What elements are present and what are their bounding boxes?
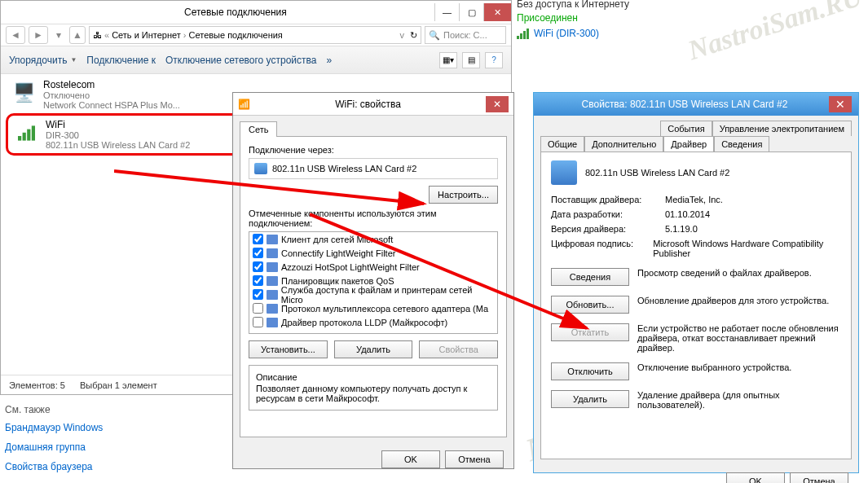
component-checkbox[interactable]: [253, 248, 263, 258]
disable-device-desc: Отключение выбранного устройства.: [637, 362, 841, 372]
dialog-icon: 📶: [238, 99, 250, 110]
tab-details[interactable]: Сведения: [714, 136, 769, 151]
component-checkbox[interactable]: [253, 234, 263, 244]
tab-advanced[interactable]: Дополнительно: [584, 136, 663, 151]
component-icon: [267, 304, 278, 314]
delete-driver-button[interactable]: Удалить: [551, 390, 629, 408]
remove-button[interactable]: Удалить: [334, 340, 413, 358]
breadcrumb-part[interactable]: Сетевые подключения: [189, 30, 283, 40]
organize-button[interactable]: Упорядочить▼: [9, 55, 77, 66]
component-icon: [267, 276, 278, 286]
date-value: 01.10.2014: [665, 209, 710, 219]
nav-up-button[interactable]: ▲: [69, 26, 86, 44]
net-joined-label: Присоединен: [517, 12, 629, 24]
see-also-panel: См. также Брандмауэр Windows Домашняя гр…: [5, 404, 103, 481]
tab-power[interactable]: Управление электропитанием: [712, 121, 852, 136]
list-item[interactable]: Служба доступа к файлам и принтерам сете…: [249, 288, 497, 301]
dialog-close-button[interactable]: ✕: [486, 96, 509, 112]
cancel-button[interactable]: Отмена: [790, 472, 848, 483]
item-count: Элементов: 5: [9, 380, 65, 390]
watermark: NastroiSam.RU: [685, 0, 866, 66]
component-icon: [267, 235, 278, 244]
signature-label: Цифровая подпись:: [551, 239, 653, 258]
tab-driver[interactable]: Драйвер: [663, 136, 714, 151]
component-checkbox[interactable]: [253, 317, 263, 327]
connection-status: DIR-300: [46, 130, 190, 140]
device-icon: [551, 160, 577, 185]
search-icon: 🔍: [429, 30, 440, 41]
view-dropdown-button[interactable]: ▦▾: [439, 52, 457, 68]
version-label: Версия драйвера:: [551, 224, 665, 234]
breadcrumb-part[interactable]: Сеть и Интернет: [112, 30, 181, 40]
dialog-title: Свойства: 802.11n USB Wireless LAN Card …: [540, 99, 829, 110]
breadcrumb-icon: 🖧: [93, 30, 102, 40]
disable-device-button[interactable]: Отключить: [551, 362, 629, 380]
window-close-button[interactable]: ✕: [483, 3, 511, 21]
cancel-button[interactable]: Отмена: [445, 450, 504, 468]
nav-history-button[interactable]: ▾: [51, 26, 66, 44]
adapter-field: 802.11n USB Wireless LAN Card #2: [249, 158, 498, 179]
preview-pane-button[interactable]: ▤: [462, 52, 480, 68]
component-icon: [267, 318, 278, 327]
component-properties-button[interactable]: Свойства: [419, 340, 498, 358]
browser-props-link[interactable]: Свойства браузера: [5, 461, 103, 472]
selection-count: Выбран 1 элемент: [80, 380, 157, 390]
wifi-properties-dialog: 📶 WiFi: свойства ✕ Сеть Подключение чере…: [232, 92, 514, 469]
homegroup-link[interactable]: Домашняя группа: [5, 441, 103, 453]
connection-device: 802.11n USB Wireless LAN Card #2: [46, 140, 190, 150]
ok-button[interactable]: OK: [726, 472, 785, 483]
connection-name: WiFi: [46, 119, 190, 130]
window-maximize-button[interactable]: ▢: [459, 3, 483, 21]
refresh-icon[interactable]: ↻: [410, 30, 417, 41]
window-minimize-button[interactable]: —: [434, 3, 459, 21]
components-label: Отмеченные компоненты используются этим …: [249, 209, 498, 228]
tab-network[interactable]: Сеть: [240, 121, 277, 137]
connect-via-label: Подключение через:: [249, 145, 498, 155]
list-item[interactable]: Azzouzi HotSpot LightWeight Filter: [249, 260, 497, 274]
delete-driver-desc: Удаление драйвера (для опытных пользоват…: [637, 390, 841, 410]
components-list[interactable]: Клиент для сетей Microsoft Connectify Li…: [249, 231, 498, 334]
description-box: Описание Позволяет данному компьютеру по…: [249, 365, 498, 411]
device-name: 802.11n USB Wireless LAN Card #2: [585, 168, 729, 178]
component-checkbox[interactable]: [253, 261, 263, 272]
tab-events[interactable]: События: [660, 121, 712, 136]
component-checkbox[interactable]: [253, 275, 263, 286]
rollback-driver-button[interactable]: Откатить: [551, 323, 629, 341]
connect-to-button[interactable]: Подключение к: [86, 55, 156, 66]
network-status-panel: Без доступа к Интернету Присоединен WiFi…: [517, 0, 629, 39]
list-item[interactable]: Протокол мультиплексора сетевого адаптер…: [249, 301, 497, 315]
firewall-link[interactable]: Брандмауэр Windows: [5, 422, 103, 433]
help-button[interactable]: ?: [485, 52, 503, 68]
tab-general[interactable]: Общие: [540, 136, 584, 151]
list-item[interactable]: Connectify LightWeight Filter: [249, 246, 497, 260]
component-icon: [267, 290, 278, 300]
connection-icon: 🖥️: [9, 79, 38, 107]
update-driver-desc: Обновление драйверов для этого устройств…: [637, 296, 841, 305]
breadcrumb[interactable]: 🖧 « Сеть и Интернет › Сетевые подключени…: [89, 26, 421, 44]
list-item[interactable]: Драйвер протокола LLDP (Майкрософт): [249, 315, 497, 329]
connection-device: Network Connect HSPA Plus Mo...: [43, 100, 180, 110]
update-driver-button[interactable]: Обновить...: [551, 296, 629, 314]
search-input[interactable]: 🔍 Поиск: С...: [425, 26, 506, 44]
adapter-icon: [254, 163, 267, 174]
version-value: 5.1.19.0: [665, 224, 698, 234]
see-also-header: См. также: [5, 404, 103, 415]
vendor-value: MediaTek, Inc.: [665, 195, 723, 204]
vendor-label: Поставщик драйвера:: [551, 195, 665, 204]
component-checkbox[interactable]: [253, 289, 263, 300]
ok-button[interactable]: OK: [381, 450, 440, 468]
driver-details-button[interactable]: Сведения: [551, 268, 629, 286]
connection-status: Отключено: [43, 90, 180, 100]
install-button[interactable]: Установить...: [249, 340, 328, 358]
component-checkbox[interactable]: [253, 303, 263, 314]
address-toolbar: ◄ ► ▾ ▲ 🖧 « Сеть и Интернет › Сетевые по…: [1, 24, 511, 46]
dialog-close-button[interactable]: ✕: [829, 96, 852, 112]
nav-forward-button[interactable]: ►: [29, 26, 48, 44]
more-commands-button[interactable]: »: [326, 55, 332, 66]
dialog-title: WiFi: свойства: [255, 99, 481, 110]
configure-button[interactable]: Настроить...: [429, 186, 498, 204]
nav-back-button[interactable]: ◄: [6, 26, 25, 44]
disable-device-button[interactable]: Отключение сетевого устройства: [165, 55, 316, 66]
list-item[interactable]: Клиент для сетей Microsoft: [249, 232, 497, 246]
net-wifi-link[interactable]: WiFi (DIR-300): [517, 28, 629, 39]
